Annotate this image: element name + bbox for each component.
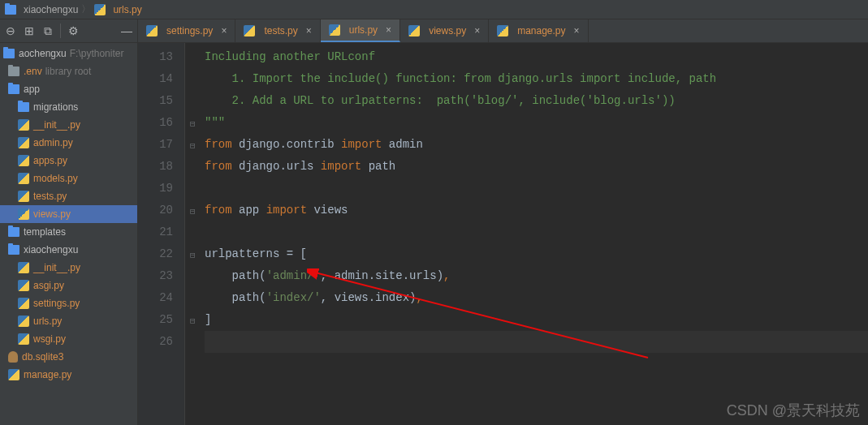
tab-manage.py[interactable]: manage.py×: [489, 19, 588, 42]
line-number: 18: [141, 156, 173, 178]
fold-marker-icon[interactable]: ⊟: [190, 245, 196, 267]
code-line-23[interactable]: path('admin/', admin.site.urls),: [205, 265, 868, 287]
python-file-icon: [18, 173, 29, 184]
python-file-icon: [18, 316, 29, 327]
tree-item-admin.py[interactable]: admin.py: [0, 134, 137, 152]
python-file-icon: [18, 333, 29, 345]
tree-item-wsgi.py[interactable]: wsgi.py: [0, 330, 137, 348]
tree-item-migrations[interactable]: migrations: [0, 98, 137, 116]
line-number: 21: [141, 221, 173, 243]
code-line-15[interactable]: 2. Add a URL to urlpatterns: path('blog/…: [205, 90, 868, 112]
python-file-icon: [18, 191, 29, 202]
tree-item-__init__.py[interactable]: __init__.py: [0, 116, 137, 134]
close-icon[interactable]: ×: [474, 25, 480, 36]
tab-views.py[interactable]: views.py×: [400, 19, 489, 42]
code-line-18[interactable]: from django.urls import path: [205, 156, 868, 178]
line-number: 20: [141, 200, 173, 221]
line-number: 16: [141, 112, 173, 134]
folder-icon: [8, 84, 19, 94]
python-file-icon: [18, 208, 29, 220]
tab-urls.py[interactable]: urls.py×: [321, 19, 400, 42]
editor-area: settings.py×tests.py×urls.py×views.py×ma…: [138, 19, 868, 425]
collapse-icon: ⊖: [6, 24, 15, 37]
tree-item-label: wsgi.py: [33, 333, 66, 345]
tree-item-xiaochengxu[interactable]: xiaochengxu: [0, 241, 137, 259]
tree-item-label: settings.py: [33, 298, 80, 309]
python-file-icon: [18, 262, 29, 273]
line-number: 15: [141, 90, 173, 112]
tree-item-templates[interactable]: templates: [0, 223, 137, 241]
folder-icon: [18, 102, 29, 112]
fold-marker-icon[interactable]: ⊟: [190, 201, 196, 223]
code-line-24[interactable]: path('index/', views.index),: [205, 287, 868, 309]
python-file-icon: [497, 25, 508, 36]
code-line-26[interactable]: [205, 331, 868, 353]
tree-item-apps.py[interactable]: apps.py: [0, 152, 137, 170]
code-line-17[interactable]: ⊟from django.contrib import admin: [205, 134, 868, 156]
fold-marker-icon[interactable]: ⊟: [190, 135, 196, 157]
tree-item-__init__.py[interactable]: __init__.py: [0, 259, 137, 277]
tab-label: tests.py: [264, 25, 297, 36]
python-file-icon: [18, 137, 29, 148]
code-line-14[interactable]: 1. Import the include() function: from d…: [205, 68, 868, 90]
tree-root-name: aochengxu: [19, 48, 67, 59]
close-icon[interactable]: ×: [386, 24, 391, 36]
settings-button[interactable]: ⚙: [64, 22, 82, 40]
line-number: 25: [141, 309, 173, 331]
watermark: CSDN @景天科技苑: [727, 401, 860, 420]
project-tree[interactable]: aochengxu F:\pythoniter .envlibrary root…: [0, 43, 137, 425]
tree-item-asgi.py[interactable]: asgi.py: [0, 277, 137, 294]
fold-marker-icon[interactable]: ⊟: [190, 114, 196, 135]
tree-item-db.sqlite3[interactable]: db.sqlite3: [0, 348, 137, 366]
tab-label: manage.py: [517, 25, 565, 36]
tab-settings.py[interactable]: settings.py×: [138, 19, 235, 42]
tab-tests.py[interactable]: tests.py×: [235, 19, 320, 42]
tree-item-manage.py[interactable]: manage.py: [0, 366, 137, 384]
tree-item-label: admin.py: [33, 137, 73, 148]
code-line-25[interactable]: ⊟]: [205, 309, 868, 331]
select-opened-button[interactable]: ⧉: [39, 22, 57, 40]
tree-item-views.py[interactable]: views.py: [0, 205, 137, 223]
code-content[interactable]: Including another URLconf 1. Import the …: [185, 43, 868, 425]
breadcrumb-separator: 〉: [81, 2, 91, 16]
tree-item-label: apps.py: [33, 155, 67, 166]
close-icon[interactable]: ×: [574, 25, 580, 36]
fold-marker-icon[interactable]: ⊟: [190, 311, 196, 333]
tree-item-urls.py[interactable]: urls.py: [0, 312, 137, 330]
project-sidebar: ⊖ ⊞ ⧉ ⚙ — aochengxu F:\pythoniter .envli…: [0, 19, 138, 425]
tree-item-.env[interactable]: .envlibrary root: [0, 62, 137, 80]
line-number: 13: [141, 46, 173, 68]
code-line-16[interactable]: ⊟""": [205, 112, 868, 134]
code-line-20[interactable]: ⊟from app import views: [205, 200, 868, 221]
tree-item-models.py[interactable]: models.py: [0, 170, 137, 187]
toolbar-separator: [60, 24, 61, 38]
line-gutter: 1314151617181920212223242526: [138, 43, 185, 425]
tree-item-tests.py[interactable]: tests.py: [0, 187, 137, 205]
tree-item-label: views.py: [33, 208, 71, 220]
tree-item-label: migrations: [33, 101, 78, 113]
tree-item-label: __init__.py: [33, 119, 80, 131]
python-file-icon: [18, 119, 29, 131]
hide-button[interactable]: —: [118, 22, 136, 40]
project-folder-icon: [3, 49, 15, 58]
line-number: 17: [141, 134, 173, 156]
code-line-19[interactable]: [205, 178, 868, 200]
tree-item-label: manage.py: [24, 369, 71, 380]
collapse-all-button[interactable]: ⊖: [2, 22, 19, 40]
tree-item-settings.py[interactable]: settings.py: [0, 294, 137, 312]
breadcrumb-folder[interactable]: xiaochengxu: [5, 4, 78, 15]
close-icon[interactable]: ×: [221, 25, 227, 36]
code-line-13[interactable]: Including another URLconf: [205, 46, 868, 68]
close-icon[interactable]: ×: [306, 25, 312, 36]
tree-item-label: xiaochengxu: [24, 244, 78, 255]
breadcrumb: xiaochengxu 〉 urls.py: [0, 0, 868, 19]
code-editor[interactable]: 1314151617181920212223242526 Including a…: [138, 43, 868, 425]
code-line-21[interactable]: [205, 221, 868, 243]
tree-root[interactable]: aochengxu F:\pythoniter: [0, 45, 137, 62]
breadcrumb-file[interactable]: urls.py: [94, 4, 141, 15]
tree-item-label: tests.py: [33, 191, 67, 202]
tree-item-app[interactable]: app: [0, 80, 137, 98]
code-line-22[interactable]: ⊟urlpatterns = [: [205, 243, 868, 265]
show-modules-button[interactable]: ⊞: [20, 22, 38, 40]
tree-item-extra: library root: [45, 66, 92, 77]
